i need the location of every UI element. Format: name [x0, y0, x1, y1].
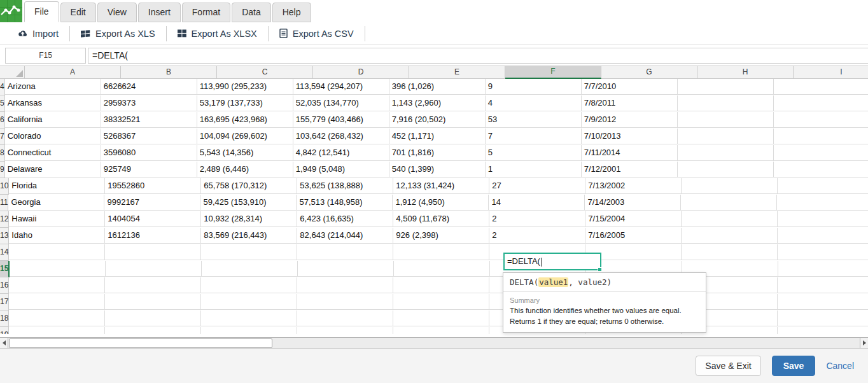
menu-tab-file[interactable]: File — [24, 1, 59, 22]
cell-A11[interactable]: Georgia — [8, 195, 104, 211]
scrollbar-thumb[interactable] — [9, 338, 272, 348]
column-header-E[interactable]: E — [409, 66, 505, 79]
cell-C10[interactable]: 65,758 (170,312) — [201, 178, 297, 194]
menu-tab-edit[interactable]: Edit — [60, 3, 96, 22]
row-header-11[interactable]: 11 — [0, 195, 8, 211]
column-header-I[interactable]: I — [794, 66, 868, 79]
cell-G9[interactable]: 7/12/2001 — [582, 162, 678, 178]
cell-B15[interactable] — [106, 261, 202, 277]
row-header-14[interactable]: 14 — [0, 244, 9, 261]
cell-C19[interactable] — [201, 327, 297, 334]
cell-B8[interactable]: 3596080 — [101, 145, 197, 161]
cell-H14[interactable] — [682, 244, 778, 260]
column-header-B[interactable]: B — [121, 66, 217, 79]
cell-A9[interactable]: Delaware — [5, 162, 101, 178]
cell-D8[interactable]: 4,842 (12,541) — [293, 145, 389, 161]
row-header-16[interactable]: 16 — [0, 277, 9, 294]
cell-A10[interactable]: Florida — [9, 178, 105, 194]
cell-A8[interactable]: Connecticut — [5, 145, 101, 161]
cell-G4[interactable]: 7/7/2010 — [582, 79, 678, 95]
cell-C14[interactable] — [201, 244, 297, 260]
cell-I5[interactable] — [774, 95, 868, 111]
cell-C18[interactable] — [201, 310, 297, 326]
cell-B6[interactable]: 38332521 — [101, 112, 197, 128]
cell-I9[interactable] — [774, 162, 868, 178]
cell-A17[interactable] — [9, 294, 105, 310]
cell-C4[interactable]: 113,990 (295,233) — [197, 79, 293, 95]
cell-C6[interactable]: 163,695 (423,968) — [197, 112, 293, 128]
cell-I11[interactable] — [777, 195, 868, 211]
cell-I8[interactable] — [774, 145, 868, 161]
cell-B11[interactable]: 9992167 — [104, 195, 200, 211]
cell-H7[interactable] — [678, 129, 774, 144]
menu-tab-insert[interactable]: Insert — [138, 3, 181, 22]
cell-F7[interactable]: 7 — [486, 129, 582, 144]
cell-G12[interactable]: 7/15/2004 — [585, 211, 682, 227]
cell-A16[interactable] — [9, 277, 105, 293]
cell-C15[interactable] — [202, 261, 298, 277]
cell-E13[interactable]: 926 (2,398) — [393, 228, 489, 244]
cell-E8[interactable]: 701 (1,816) — [389, 145, 486, 161]
cell-E19[interactable] — [393, 327, 489, 334]
import-button[interactable]: Import — [6, 26, 70, 41]
cell-D19[interactable] — [297, 327, 393, 334]
cell-H6[interactable] — [678, 112, 774, 128]
cell-A13[interactable]: Idaho — [9, 228, 105, 244]
cell-H9[interactable] — [678, 162, 774, 178]
cell-B5[interactable]: 2959373 — [101, 95, 197, 111]
cell-I7[interactable] — [774, 129, 868, 144]
formula-input[interactable]: =DELTA( — [88, 48, 868, 64]
cell-G10[interactable]: 7/13/2002 — [585, 178, 682, 194]
horizontal-scrollbar[interactable] — [0, 337, 868, 349]
row-header-15[interactable]: 15 — [0, 261, 10, 277]
cell-F8[interactable]: 5 — [486, 145, 582, 161]
cell-A4[interactable]: Arizona — [5, 79, 101, 95]
cell-E14[interactable] — [393, 244, 489, 260]
cell-H8[interactable] — [678, 145, 774, 161]
cell-A15[interactable] — [10, 261, 106, 277]
cell-H11[interactable] — [681, 195, 777, 211]
menu-tab-view[interactable]: View — [97, 3, 137, 22]
export-xls-button[interactable]: Export As XLS — [70, 26, 167, 41]
cell-H5[interactable] — [678, 95, 774, 111]
cell-B9[interactable]: 925749 — [101, 162, 197, 178]
cell-E9[interactable]: 540 (1,399) — [389, 162, 486, 178]
cell-A18[interactable] — [9, 310, 105, 326]
cell-H12[interactable] — [682, 211, 778, 227]
cell-D9[interactable]: 1,949 (5,048) — [293, 162, 389, 178]
cell-A19[interactable] — [9, 327, 105, 334]
cell-B14[interactable] — [105, 244, 201, 260]
cell-B16[interactable] — [105, 277, 201, 293]
cell-C9[interactable]: 2,489 (6,446) — [197, 162, 293, 178]
select-all-corner[interactable] — [0, 66, 25, 79]
cell-C8[interactable]: 5,543 (14,356) — [197, 145, 293, 161]
cell-B7[interactable]: 5268367 — [101, 129, 197, 144]
column-header-F[interactable]: F — [505, 66, 601, 79]
row-header-12[interactable]: 12 — [0, 211, 9, 228]
cell-D6[interactable]: 155,779 (403,466) — [293, 112, 389, 128]
cell-F5[interactable]: 4 — [486, 95, 582, 111]
column-header-C[interactable]: C — [217, 66, 313, 79]
cell-C12[interactable]: 10,932 (28,314) — [201, 211, 297, 227]
active-cell-editor-F15[interactable]: =DELTA( — [503, 253, 601, 270]
cell-B18[interactable] — [105, 310, 201, 326]
cell-F9[interactable]: 1 — [486, 162, 582, 178]
cell-D16[interactable] — [297, 277, 393, 293]
export-csv-button[interactable]: Export As CSV — [269, 26, 365, 41]
cell-C17[interactable] — [201, 294, 297, 310]
cell-F10[interactable]: 27 — [489, 178, 585, 194]
cell-D5[interactable]: 52,035 (134,770) — [293, 95, 389, 111]
row-header-13[interactable]: 13 — [0, 228, 9, 244]
cell-D7[interactable]: 103,642 (268,432) — [293, 129, 389, 144]
cancel-link[interactable]: Cancel — [826, 361, 854, 371]
row-header-5[interactable]: 5 — [0, 95, 5, 112]
cell-E12[interactable]: 4,509 (11,678) — [393, 211, 489, 227]
row-header-7[interactable]: 7 — [0, 129, 5, 145]
cell-F6[interactable]: 53 — [486, 112, 582, 128]
cell-A7[interactable]: Colorado — [5, 129, 101, 144]
column-header-G[interactable]: G — [601, 66, 697, 79]
cell-I16[interactable] — [778, 277, 868, 293]
cell-F13[interactable]: 2 — [489, 228, 585, 244]
cell-I14[interactable] — [778, 244, 868, 260]
cell-I12[interactable] — [778, 211, 868, 227]
